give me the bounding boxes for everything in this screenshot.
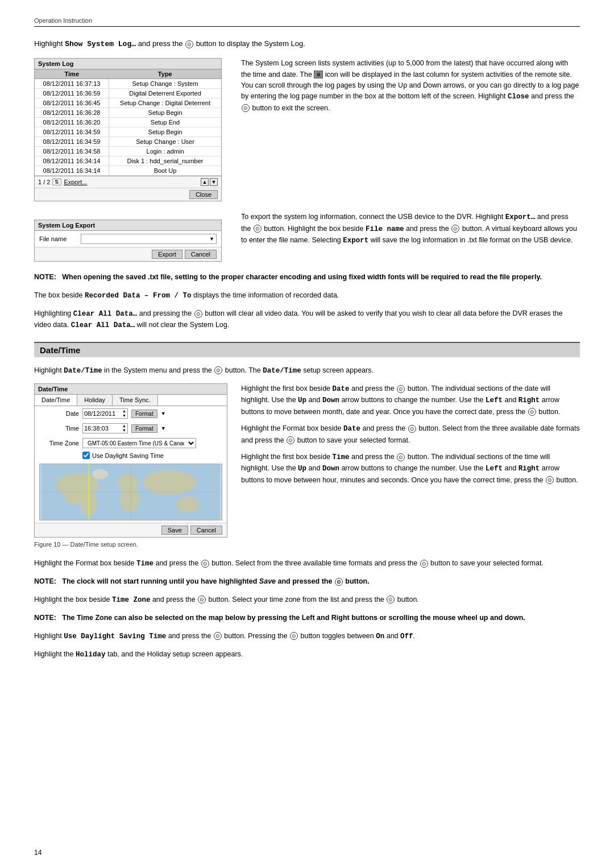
note-timezone: NOTE: The Time Zone can also be selected… [34,613,580,623]
date-format-arrow: ▼ [161,411,166,416]
svg-point-6 [143,470,197,495]
close-btn-row: Close [35,188,221,201]
world-map [39,464,222,520]
date-value: 08/12/2011 [84,410,115,417]
down-arrow[interactable]: ▼ [210,178,218,186]
log-type-cell: Digital Deterrent Exported [109,89,221,98]
cancel-button[interactable]: Cancel [190,526,222,535]
tab-timesync[interactable]: Time Sync. [113,395,158,406]
log-time-cell: 08/12/2011 16:36:59 [35,89,109,98]
date-spinner[interactable]: ▲ ▼ [122,409,126,418]
note-txt-file: NOTE: When opening the saved .txt file, … [34,272,580,283]
table-row: 08/12/2011 16:36:28Setup Begin [35,108,221,118]
daylight-para: Highlight Use Daylight Saving Time and p… [34,631,580,642]
datetime-intro: Highlight Date/Time in the System menu a… [34,365,580,377]
table-row: 08/12/2011 16:37:13Setup Change : System [35,79,221,89]
date-field-row: Date 08/12/2011 ▲ ▼ Format ▼ [35,406,227,421]
table-row: 08/12/2011 16:34:14Boot Up [35,166,221,176]
time-spinner[interactable]: ▲ ▼ [122,424,126,433]
system-log-table: Time Type 08/12/2011 16:37:13Setup Chang… [35,69,221,176]
log-time-cell: 08/12/2011 16:36:28 [35,108,109,118]
holiday-para: Highlight the Holiday tab, and the Holid… [34,649,580,660]
daylight-checkbox[interactable] [82,452,90,459]
date-input[interactable]: 08/12/2011 ▲ ▼ [82,408,128,419]
log-type-cell: Boot Up [109,166,221,176]
file-name-label: File name [39,235,76,242]
export-link[interactable]: Export... [64,179,87,185]
system-log-title: System Log [35,59,221,69]
datetime-box-title: Date/Time [35,384,227,395]
page-number: 14 [34,849,42,857]
page-number-display: 1 / 2 [38,179,50,185]
table-row: 08/12/2011 16:36:45Setup Change : Digita… [35,98,221,108]
datetime-footer: Save Cancel [35,523,227,537]
log-type-cell: Setup End [109,118,221,127]
table-row: 08/12/2011 16:34:59Setup Begin [35,127,221,137]
log-type-cell: Setup Begin [109,127,221,137]
date-up-arrow[interactable]: ▲ [122,409,126,414]
note-clock: NOTE: The clock will not start running u… [34,576,580,587]
log-type-cell: Setup Change : User [109,137,221,147]
spinner-icon: ⇅ [52,179,61,185]
date-label: Date [39,410,79,417]
export-left: System Log Export File name ▼ Export Can… [34,212,227,262]
daylight-row: Use Daylight Saving Time [35,450,227,461]
cancel-export-button[interactable]: Cancel [185,250,217,259]
time-value: 16:38:03 [84,425,109,432]
header-label: Operation Instruction [34,17,92,24]
time-desc-1: Highlight the first box beside Time and … [241,452,580,486]
log-time-cell: 08/12/2011 16:34:59 [35,127,109,137]
format-time-para: Highlight the Format box beside Time and… [34,558,580,569]
datetime-section: Date/Time Date/Time Holiday Time Sync. D… [34,383,580,548]
export-section: System Log Export File name ▼ Export Can… [34,212,580,262]
time-field-row: Time 16:38:03 ▲ ▼ Format ▼ [35,421,227,436]
log-type-cell: Setup Begin [109,108,221,118]
timezone-label: Time Zone [39,440,79,447]
log-time-cell: 08/12/2011 16:34:14 [35,156,109,166]
intro-line: Highlight Show System Log… and press the… [34,38,580,50]
log-time-cell: 08/12/2011 16:36:45 [35,98,109,108]
time-up-arrow[interactable]: ▲ [122,424,126,428]
file-name-input[interactable]: ▼ [81,234,217,244]
log-type-cell: Login : admin [109,147,221,156]
date-format-button[interactable]: Format [131,410,157,418]
date-desc-1: Highlight the first box beside Date and … [241,383,580,418]
log-time-cell: 08/12/2011 16:34:58 [35,147,109,156]
svg-point-7 [177,497,199,512]
section-header-datetime: Date/Time [34,342,580,357]
svg-point-5 [119,485,139,512]
timezone-select[interactable]: GMT-05:00 Eastern Time (US & Canada) [82,438,196,448]
up-arrow[interactable]: ▲ [201,178,209,186]
clear-all-para: Highlighting Clear All Data… and pressin… [34,308,580,332]
close-button[interactable]: Close [189,190,218,199]
export-description: To export the system log information, co… [241,212,580,262]
save-button[interactable]: Save [161,526,188,535]
page: Operation Instruction Highlight Show Sys… [0,0,614,868]
date-down-arrow[interactable]: ▼ [122,414,126,418]
time-format-button[interactable]: Format [131,424,157,433]
export-btn-row: Export Cancel [35,247,221,261]
time-label: Time [39,425,79,432]
recorded-data-para: The box beside Recorded Data – From / To… [34,290,580,301]
figure-caption: Figure 10 — Date/Time setup screen. [34,541,227,548]
table-row: 08/12/2011 16:36:59Digital Deterrent Exp… [35,89,221,98]
table-row: 08/12/2011 16:36:20Setup End [35,118,221,127]
tab-holiday[interactable]: Holiday [77,395,113,406]
table-row: 08/12/2011 16:34:14Disk 1 : hdd_serial_n… [35,156,221,166]
export-box-title: System Log Export [35,220,221,231]
time-format-arrow: ▼ [161,425,166,431]
export-button[interactable]: Export [152,250,182,259]
log-type-cell: Setup Change : System [109,79,221,89]
system-log-section: System Log Time Type 08/12/2011 16:37:13… [34,58,580,201]
time-input[interactable]: 16:38:03 ▲ ▼ [82,423,128,433]
world-map-svg [40,464,222,520]
system-log-description: The System Log screen lists system activ… [241,58,580,201]
log-type-cell: Setup Change : Digital Deterrent [109,98,221,108]
log-time-cell: 08/12/2011 16:37:13 [35,79,109,89]
timezone-row: Time Zone GMT-05:00 Eastern Time (US & C… [35,436,227,450]
page-info: 1 / 2 ⇅ Export... [38,179,87,185]
nav-arrows: ▲ ▼ [201,178,218,186]
time-down-arrow[interactable]: ▼ [122,428,126,433]
tab-datetime[interactable]: Date/Time [35,395,77,406]
date-desc-2: Highlight the Format box beside Date and… [241,423,580,446]
